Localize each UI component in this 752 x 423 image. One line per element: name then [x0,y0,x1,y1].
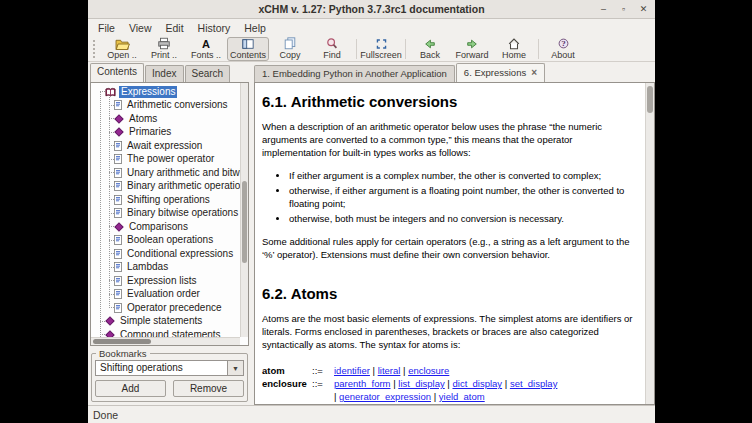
bookmarks-label: Bookmarks [96,348,150,359]
tree-item-expression-lists[interactable]: Expression lists [91,274,240,288]
syntax-link-set-display[interactable]: set_display [510,378,558,389]
tree-item-label: The power operator [125,153,216,165]
menu-item-file[interactable]: File [91,21,122,35]
syntax-link-yield-atom[interactable]: yield_atom [439,391,485,402]
sidebar-tab-search[interactable]: Search [185,65,231,82]
document-page-panel: 6.1. Arithmetic conversions When a descr… [254,82,655,405]
diamond-icon [105,330,115,337]
tree-item-await-expression[interactable]: Await expression [91,139,240,153]
scrollbar-thumb[interactable] [93,339,151,344]
syntax-link-list-display[interactable]: list_display [398,378,444,389]
page-icon [114,289,122,299]
toolbar-button-fullscreen[interactable]: Fullscreen [360,37,402,61]
fullscreen-corners-icon [375,38,388,50]
tree-item-binary-arithmetic-operation[interactable]: Binary arithmetic operation [91,180,240,194]
page-icon [114,168,122,178]
window-minimize-button[interactable]: – [598,4,609,15]
toolbar-button-contents[interactable]: Contents [227,37,269,61]
tree-item-comparisons[interactable]: Comparisons [91,220,240,234]
tree-item-shifting-operations[interactable]: Shifting operations [91,193,240,207]
page-icon [114,262,122,272]
toolbar-button-about[interactable]: ?About [542,37,584,61]
syntax-block: atom::=identifier | literal | enclosuree… [262,364,637,403]
toolbar-button-label: Contents [230,50,266,60]
tree-item-the-power-operator[interactable]: The power operator [91,153,240,167]
document-tab-1-embedding-python-in-another-application[interactable]: 1. Embedding Python in Another Applicati… [254,65,455,82]
combo-dropdown-button[interactable]: ▼ [228,360,244,376]
tree-item-label: Atoms [127,113,159,125]
toolbar-button-print[interactable]: Print .. [143,37,185,61]
tree-item-simple-statements[interactable]: Simple statements [91,315,240,329]
page-icon [114,303,122,313]
chevron-down-icon: ▼ [232,365,239,372]
menu-item-help[interactable]: Help [237,21,273,35]
page-icon [114,195,122,205]
syntax-rule-name [262,390,312,403]
paragraph: When a description of an arithmetic oper… [262,120,637,159]
tree-item-conditional-expressions[interactable]: Conditional expressions [91,247,240,261]
diamond-icon [105,316,115,326]
document-tab-label: 6. Expressions [464,67,526,78]
book-icon [105,87,116,97]
window-close-button[interactable]: ✕ [638,4,649,15]
add-bookmark-button[interactable]: Add [95,380,166,397]
sidebar: ContentsIndexSearch ExpressionsArithmeti… [88,62,251,405]
syntax-operator: ::= [312,364,334,377]
toolbar-button-find[interactable]: Find [311,37,353,61]
paragraph: Some additional rules apply for certain … [262,235,637,261]
toolbar-button-copy[interactable]: Copy [269,37,311,61]
tree-item-label: Binary arithmetic operation [125,180,240,192]
scrollbar-thumb[interactable] [647,86,653,113]
tree-item-compound-statements[interactable]: Compound statements [91,328,240,337]
syntax-link-generator-expression[interactable]: generator_expression [339,391,431,402]
toolbar-separator [538,39,539,59]
toolbar-button-fonts[interactable]: AFonts .. [185,37,227,61]
bullet-item: otherwise, both must be integers and no … [289,212,637,225]
toolbar-button-home[interactable]: Home [493,37,535,61]
tree-item-label: Compound statements [118,329,223,337]
syntax-link-literal[interactable]: literal [378,365,401,376]
remove-bookmark-button[interactable]: Remove [173,380,244,397]
tree-vertical-scrollbar[interactable] [240,83,248,337]
tree-item-primaries[interactable]: Primaries [91,126,240,140]
tree-horizontal-scrollbar[interactable] [91,337,240,345]
bookmark-combo-value[interactable]: Shifting operations [95,360,228,376]
tree-item-boolean-operations[interactable]: Boolean operations [91,234,240,248]
syntax-link-parenth-form[interactable]: parenth_form [334,378,391,389]
page-vertical-scrollbar[interactable] [645,83,654,404]
tree-item-expressions[interactable]: Expressions [91,85,240,99]
tree-item-unary-arithmetic-and-bitwis[interactable]: Unary arithmetic and bitwis [91,166,240,180]
menu-item-view[interactable]: View [122,21,159,35]
tab-close-icon[interactable]: × [531,68,537,77]
syntax-link-enclosure[interactable]: enclosure [408,365,449,376]
diamond-icon [114,127,124,137]
toolbar-button-open[interactable]: Open .. [101,37,143,61]
menu-item-edit[interactable]: Edit [159,21,191,35]
sidebar-tab-index[interactable]: Index [145,65,183,82]
scrollbar-thumb[interactable] [242,181,247,263]
tree-item-lambdas[interactable]: Lambdas [91,261,240,275]
toolbar: Open ..Print ..AFonts ..ContentsCopyFind… [88,36,655,62]
sidebar-tab-contents[interactable]: Contents [90,63,144,82]
bookmark-combo[interactable]: Shifting operations ▼ [95,360,244,376]
syntax-separator: | [431,391,439,402]
tree-item-evaluation-order[interactable]: Evaluation order [91,288,240,302]
syntax-link-dict-display[interactable]: dict_display [452,378,502,389]
home-house-icon [507,37,521,50]
tree-item-binary-bitwise-operations[interactable]: Binary bitwise operations [91,207,240,221]
tree-item-operator-precedence[interactable]: Operator precedence [91,301,240,315]
tree-item-label: Binary bitwise operations [125,207,240,219]
tree-item-label: Expressions [119,86,177,98]
tree-item-atoms[interactable]: Atoms [91,112,240,126]
toolbar-button-back[interactable]: Back [409,37,451,61]
toolbar-button-forward[interactable]: Forward [451,37,493,61]
main-area: ContentsIndexSearch ExpressionsArithmeti… [88,62,655,405]
window-maximize-button[interactable]: ▫ [618,4,629,15]
syntax-separator: | [370,365,378,376]
title-bar[interactable]: xCHM v. 1.27: Python 3.7.3rc1 documentat… [88,0,655,19]
syntax-link-identifier[interactable]: identifier [334,365,370,376]
toolbar-gripper[interactable] [93,40,98,58]
tree-item-arithmetic-conversions[interactable]: Arithmetic conversions [91,99,240,113]
menu-item-history[interactable]: History [191,21,238,35]
document-tab-6-expressions[interactable]: 6. Expressions× [456,63,545,82]
